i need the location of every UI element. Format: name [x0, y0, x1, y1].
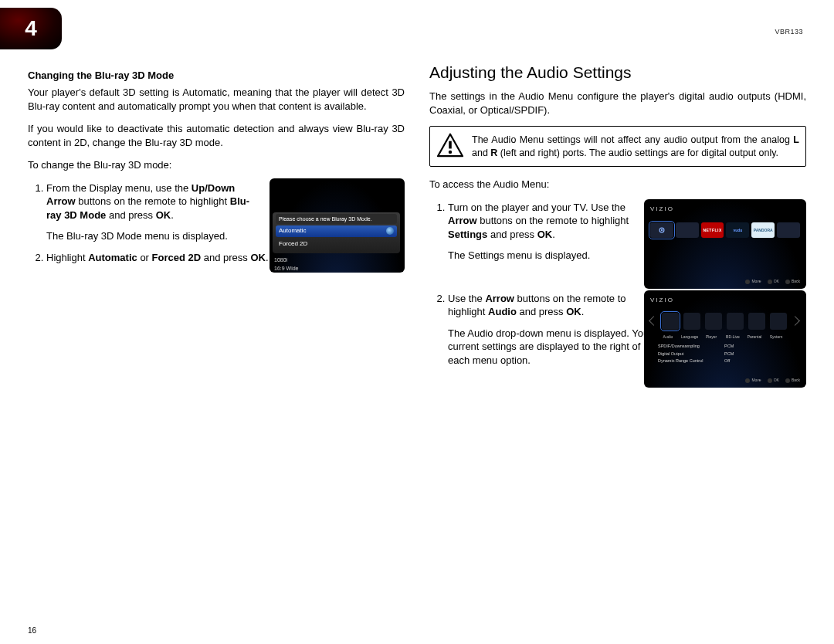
row-drc: Dynamic Range ControlOff — [658, 358, 800, 364]
icon-audio — [662, 313, 679, 330]
step-1-right-text: Turn on the player and your TV. Use the … — [448, 201, 663, 263]
tile-more — [777, 222, 800, 238]
icon-language — [683, 313, 700, 330]
lead-in-right: To access the Audio Menu: — [429, 178, 806, 192]
svg-point-2 — [449, 151, 452, 154]
section-title-audio: Adjusting the Audio Settings — [429, 63, 806, 82]
tile-settings — [650, 222, 673, 238]
popup-item-automatic: Automatic — [276, 225, 397, 237]
svg-point-4 — [661, 229, 663, 230]
home-tiles: NETFLIX vudu PANDORA — [650, 222, 800, 238]
page-number: 16 — [28, 626, 36, 635]
svg-rect-1 — [449, 141, 452, 149]
warning-icon — [436, 133, 464, 160]
audio-rows: SPDIF/DownsamplingPCM Digital OutputPCM … — [658, 344, 800, 364]
chevron-right-icon — [790, 316, 800, 326]
left-column: Changing the Blu-ray 3D Mode Your player… — [28, 63, 405, 644]
steps-left: From the Display menu, use the Up/Down A… — [28, 181, 405, 265]
intro-p1: Your player's default 3D setting is Auto… — [28, 86, 405, 113]
tile-vudu: vudu — [726, 222, 749, 238]
chevron-left-icon — [649, 316, 659, 326]
icon-bdlive — [727, 313, 744, 330]
icon-system — [770, 313, 787, 330]
figure-3d-mode-popup: Please choose a new Bluray 3D Mode. Auto… — [270, 178, 405, 273]
figure-settings-home: VIZIO NETFLIX vudu PANDORA — [644, 199, 806, 289]
manual-page: 4 VBR133 16 Changing the Blu-ray 3D Mode… — [0, 0, 834, 644]
model-number: VBR133 — [775, 28, 803, 36]
subheading-3d: Changing the Blu-ray 3D Mode — [28, 69, 405, 81]
columns: Changing the Blu-ray 3D Mode Your player… — [0, 8, 834, 644]
callout-box: The Audio Menu settings will not affect … — [429, 126, 806, 167]
popup: Please choose a new Bluray 3D Mode. Auto… — [273, 212, 400, 253]
tile-pandora: PANDORA — [751, 222, 775, 238]
gear-icon — [656, 225, 667, 237]
step-2-right-text: Use the Arrow buttons on the remote to h… — [448, 292, 663, 368]
vizio-brand: VIZIO — [650, 205, 800, 214]
popup-title: Please choose a new Bluray 3D Mode. — [276, 214, 397, 224]
hint-row: Move OK Back — [745, 279, 800, 284]
settings-icons — [650, 313, 800, 330]
popup-sublabels: 1080i 16:9 Wide — [270, 256, 405, 273]
step-1-left: From the Display menu, use the Up/Down A… — [46, 181, 405, 243]
lead-in-left: To change the Blu-ray 3D mode: — [28, 158, 405, 172]
row-digital-output: Digital OutputPCM — [658, 351, 800, 357]
step-1-text: From the Display menu, use the Up/Down A… — [46, 181, 261, 243]
step-2-right: Use the Arrow buttons on the remote to h… — [448, 292, 806, 368]
step-1-right: Turn on the player and your TV. Use the … — [448, 201, 806, 263]
icon-player — [705, 313, 722, 330]
vizio-brand-2: VIZIO — [650, 297, 800, 305]
tile-netflix: NETFLIX — [701, 222, 724, 238]
chapter-badge: 4 — [0, 8, 62, 49]
popup-item-forced-2d: Forced 2D — [276, 239, 397, 250]
steps-right: Turn on the player and your TV. Use the … — [429, 201, 806, 368]
right-column: Adjusting the Audio Settings The setting… — [429, 63, 806, 644]
callout-text: The Audio Menu settings will not affect … — [472, 134, 799, 160]
settings-icon-labels: Audio Language Player BD-Live Parental S… — [659, 334, 800, 340]
hint-row-2: Move OK Back — [745, 378, 800, 383]
intro-p2: If you would like to deactivate this aut… — [28, 122, 405, 149]
audio-intro: The settings in the Audio Menu configure… — [429, 90, 806, 117]
figure-audio-menu: VIZIO Audio L — [644, 290, 806, 388]
chapter-number: 4 — [25, 16, 37, 41]
icon-parental — [748, 313, 765, 330]
row-spdif: SPDIF/DownsamplingPCM — [658, 344, 800, 349]
tile-video — [676, 222, 699, 238]
